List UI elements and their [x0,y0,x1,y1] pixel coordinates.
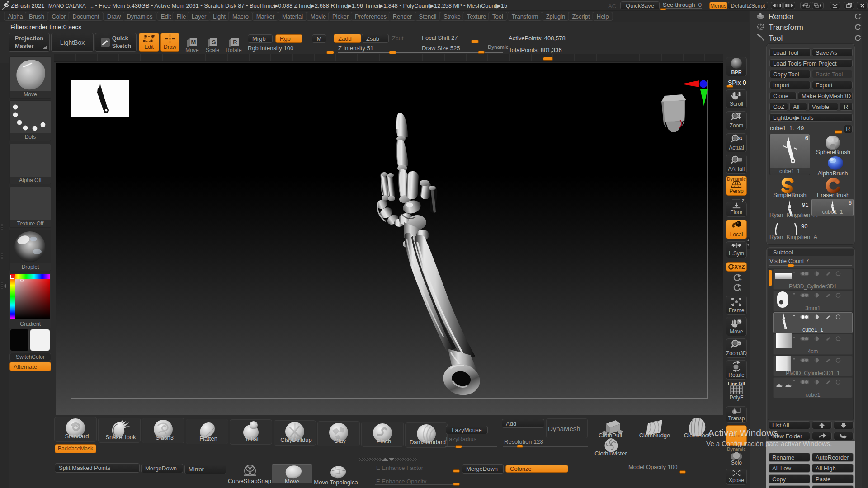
svg-text:M: M [191,39,196,46]
svg-text:R: R [233,39,237,46]
svg-text:S: S [212,39,216,46]
svg-text:x1: x1 [738,136,743,141]
svg-text:z: z [740,288,741,292]
svg-text:Y: Y [740,278,742,282]
